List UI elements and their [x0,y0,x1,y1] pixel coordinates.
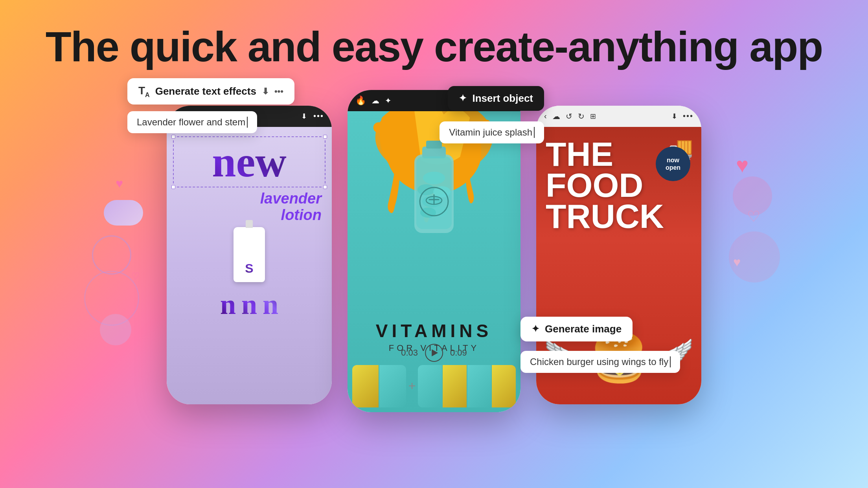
right-toolbar-layers-icon: ⊞ [590,112,596,121]
download-icon: ⬇ [262,86,269,97]
svg-point-4 [373,122,384,133]
middle-toolbar-flame-icon: 🔥 [355,95,366,106]
right-input-text: Chicken burger using wings to fly [530,356,668,367]
right-generate-tooltip[interactable]: ✦ Generate image [520,317,633,341]
title-line-3: TRUCK [546,201,664,232]
left-deco-circle-3 [100,314,131,345]
cursor-icon [247,117,248,128]
svg-point-10 [423,172,445,184]
main-word-display: new [173,136,326,187]
left-input-bubble[interactable]: Lavender flower and stem [127,111,257,133]
right-toolbar-cloud-icon: ☁ [552,112,560,121]
timeline-strip: + [352,365,516,407]
left-toolbar-download-icon: ⬇ [301,112,307,121]
food-truck-title: THE FOOD TRUCK [546,139,664,232]
bottom-letter-3: n [263,288,278,321]
generate-image-icon: ✦ [531,323,539,334]
badge-now: now [667,156,679,164]
right-deco-heart-2: ♡ [747,208,760,225]
time-end: 0:09 [450,348,467,358]
product-name-line1: lavender [173,191,322,207]
left-deco-heart-2: ♡ [131,271,140,282]
now-open-badge: now open [656,147,690,181]
more-icon: ••• [274,86,283,97]
bottom-letter-2: n [241,288,257,321]
left-tooltip-label: Generate text effects [155,85,256,97]
left-deco-circle-1 [92,235,131,275]
right-deco-heart-1: ♥ [736,153,748,177]
middle-toolbar-sparkle-icon: ✦ [385,96,392,105]
play-icon [432,349,438,356]
vitamins-title: VITAMINS [376,320,492,341]
right-toolbar-back-icon: ‹ [544,112,547,121]
title-text-regular: The quick and easy [46,23,434,70]
right-input-bubble[interactable]: Chicken burger using wings to fly [520,351,680,373]
middle-cursor-icon [534,127,535,138]
middle-tooltip-label: Insert object [472,92,533,105]
right-toolbar-undo-icon: ↺ [566,112,572,121]
right-generate-label: Generate image [545,323,622,335]
middle-tooltip: ✦ Insert object [448,86,544,111]
middle-input-bubble[interactable]: Vitamin juice splash [440,121,544,143]
main-word-text: new [180,140,318,183]
middle-toolbar-cloud-icon: ☁ [371,96,379,105]
left-phone: TA ⬇ ••• new [167,106,332,404]
title-line-2: FOOD [546,170,664,201]
right-toolbar-more-icon: ••• [683,112,693,121]
svg-rect-8 [426,141,442,149]
right-toolbar-redo-icon: ↻ [578,112,585,121]
right-cursor-icon [670,356,671,367]
right-deco-heart-3: ♥ [733,255,741,270]
left-deco-cloud [104,200,143,226]
time-start: 0:03 [401,348,418,358]
bottom-letter-1: n [220,288,236,321]
middle-input-text: Vitamin juice splash [449,127,532,138]
title-line-1: THE [546,139,664,170]
badge-open: open [666,164,680,171]
play-button[interactable] [425,344,443,362]
left-toolbar-more-icon: ••• [313,112,324,121]
right-toolbar-download-icon: ⬇ [671,112,677,121]
text-effect-icon: TA [138,84,150,99]
lotion-bottle: S [234,227,265,282]
left-input-text: Lavender flower and stem [137,117,245,128]
title-text-highlight: create-anything app [434,23,822,70]
left-deco-heart-1: ♥ [116,176,123,191]
insert-object-icon: ✦ [459,93,467,104]
video-controls: 0:03 0:09 [401,344,467,362]
page-title: The quick and easy create-anything app [0,24,868,70]
left-tooltip: TA Generate text effects ⬇ ••• [127,78,294,105]
timeline-plus-icon: + [408,379,416,393]
